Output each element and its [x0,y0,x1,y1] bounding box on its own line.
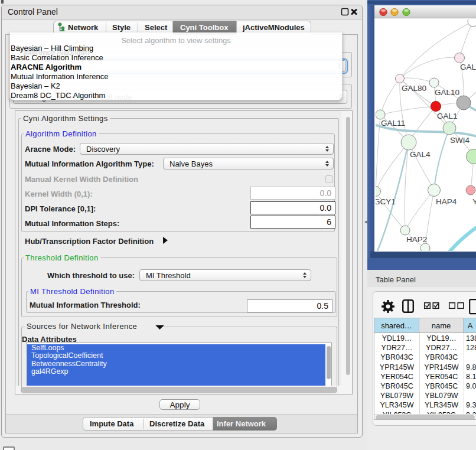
svg-text:GAL1: GAL1 [437,112,458,120]
svg-text:HAP4: HAP4 [436,197,457,206]
svg-text:YJ: YJ [472,197,476,206]
svg-text:HAP2: HAP2 [406,235,427,244]
svg-text:GAL11: GAL11 [381,119,405,128]
svg-text:SWI4: SWI4 [450,136,470,145]
svg-text:GAL7: GAL7 [460,63,476,71]
svg-text:GCY1: GCY1 [376,197,396,206]
svg-text:GAL10: GAL10 [435,88,459,97]
svg-text:GAL80: GAL80 [402,84,426,93]
svg-text:GAL4: GAL4 [410,150,431,159]
